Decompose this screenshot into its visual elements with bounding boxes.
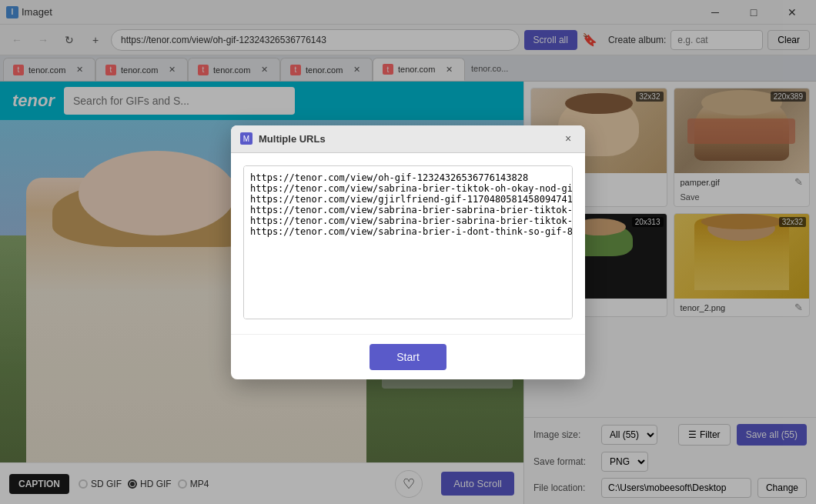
multiple-urls-modal: M Multiple URLs × https://tenor.com/view… bbox=[231, 125, 585, 379]
modal-title: Multiple URLs bbox=[259, 133, 554, 145]
modal-title-icon: M bbox=[240, 132, 252, 145]
modal-footer: Start bbox=[231, 334, 585, 379]
modal-close-button[interactable]: × bbox=[560, 131, 576, 146]
start-button[interactable]: Start bbox=[370, 344, 446, 370]
modal-overlay[interactable]: M Multiple URLs × https://tenor.com/view… bbox=[0, 0, 816, 504]
modal-titlebar: M Multiple URLs × bbox=[231, 125, 585, 153]
modal-textarea-container: https://tenor.com/view/oh-gif-1232432653… bbox=[243, 165, 573, 322]
modal-body: https://tenor.com/view/oh-gif-1232432653… bbox=[231, 153, 585, 334]
urls-textarea[interactable]: https://tenor.com/view/oh-gif-1232432653… bbox=[243, 165, 573, 319]
